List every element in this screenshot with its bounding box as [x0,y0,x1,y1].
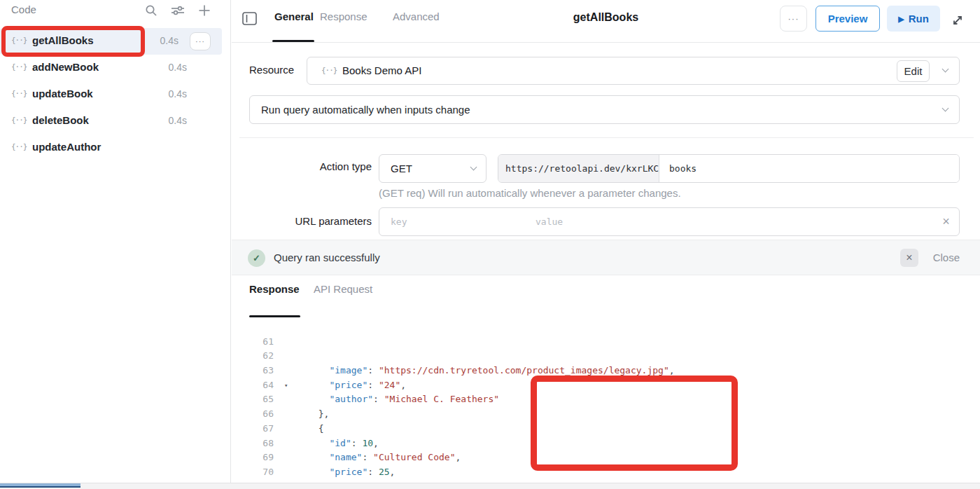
run-button[interactable]: ▶Run [887,6,940,32]
play-icon: ▶ [898,15,904,23]
code-line: 69 "author": "Daniel Coyle" [232,436,980,451]
remove-param-icon[interactable]: × [933,208,959,235]
param-key-input[interactable] [379,208,524,235]
query-name: updateAuthor [32,141,101,153]
code-braces-icon: {··} [11,116,27,125]
query-run-time: 0.4s [160,35,178,46]
code-braces-icon: {··} [11,62,27,71]
query-run-time: 0.4s [169,88,187,99]
code-braces-icon: {··} [11,36,27,45]
url-parameters-label: URL parameters [267,215,372,227]
query-more-button[interactable]: ··· [190,32,211,50]
preview-button[interactable]: Preview [816,6,880,32]
bottom-strip [0,483,980,489]
action-type-select[interactable]: GET [379,154,486,183]
tab-api-request[interactable]: API Request [314,283,372,295]
code-line: 65 ▾ { [232,378,980,393]
query-list-item[interactable]: {··} getAllBooks 0.4s ··· [0,28,222,55]
plus-icon[interactable] [197,3,212,18]
run-mode-select[interactable]: Run query automatically when inputs chan… [249,95,960,124]
action-type-value: GET [391,163,412,174]
banner-message: Query ran successfully [274,252,380,263]
code-line: 68 "price": 25, [232,422,980,436]
url-path-input[interactable] [659,155,959,182]
success-banner: ✓ Query ran successfully × Close [232,240,980,275]
code-line: 71 ] [232,465,980,480]
url-input[interactable]: https://retoolapi.dev/kxrLKC/ [498,154,960,183]
query-run-time: 0.4s [169,62,187,73]
code-line: 64 }, [232,364,980,378]
response-json-viewer[interactable]: 61 "image": "https://cdn.tryretool.com/p… [232,320,980,480]
query-list: {··} getAllBooks 0.4s ··· {··} addNewBoo… [0,28,222,161]
param-value-input[interactable] [524,208,933,235]
query-list-item[interactable]: {··} deleteBook 0.4s [0,108,222,135]
query-name: addNewBook [32,61,99,73]
more-options-button[interactable]: ··· [780,6,807,32]
url-parameters-row: × [379,207,960,236]
resource-select[interactable]: {··} Books Demo API Edit [307,57,960,85]
close-button-label[interactable]: Close [933,252,960,263]
section-divider [239,137,974,138]
active-response-tab-underline [249,315,300,317]
tab-response-result[interactable]: Response [249,283,300,295]
success-check-icon: ✓ [248,249,265,267]
active-tab-underline [272,40,314,42]
resource-value: Books Demo API [342,64,421,76]
code-line: 70 } [232,450,980,465]
code-braces-icon: {··} [11,89,27,98]
close-icon[interactable]: × [900,249,918,267]
sidebar-title: Code [11,4,36,15]
edit-resource-button[interactable]: Edit [897,60,930,82]
helper-text: (GET req) Will run automatically wheneve… [379,187,681,199]
query-name: deleteBook [32,114,89,126]
code-line: 66 "id": 10, [232,392,980,407]
query-list-item[interactable]: {··} updateAuthor [0,135,222,161]
expand-icon[interactable] [951,14,964,27]
code-line: 67 "name": "Cultured Code", [232,407,980,422]
code-line: 62 "price": "24", [232,335,980,350]
code-braces-icon: {··} [321,66,337,75]
query-editor-panel: General Response Advanced getAllBooks ··… [232,0,980,489]
bottom-progress-bar [0,483,80,488]
resource-label: Resource [249,64,294,76]
code-line: 63 "author": "Michael C. Feathers" [232,349,980,364]
code-line: 61 "image": "https://cdn.tryretool.com/p… [232,320,980,335]
code-sidebar: Code {··} getAllBooks 0.4s ··· {··} addN… [0,0,231,489]
query-editor-header: General Response Advanced getAllBooks ··… [232,0,980,43]
filter-sliders-icon[interactable] [170,3,186,18]
action-type-label: Action type [288,160,372,172]
chevron-down-icon [942,66,949,73]
collapse-triangle-icon[interactable]: ▾ [284,378,288,393]
chevron-down-icon [470,163,477,170]
query-name: updateBook [32,88,93,99]
query-name: getAllBooks [32,34,94,46]
query-list-item[interactable]: {··} updateBook 0.4s [0,81,222,108]
run-mode-value: Run query automatically when inputs chan… [261,104,470,116]
query-list-item[interactable]: {··} addNewBook 0.4s [0,55,222,81]
chevron-down-icon [942,104,949,111]
url-prefix: https://retoolapi.dev/kxrLKC/ [498,155,659,182]
search-icon[interactable] [144,3,159,18]
code-braces-icon: {··} [11,142,27,151]
query-run-time: 0.4s [169,115,187,126]
